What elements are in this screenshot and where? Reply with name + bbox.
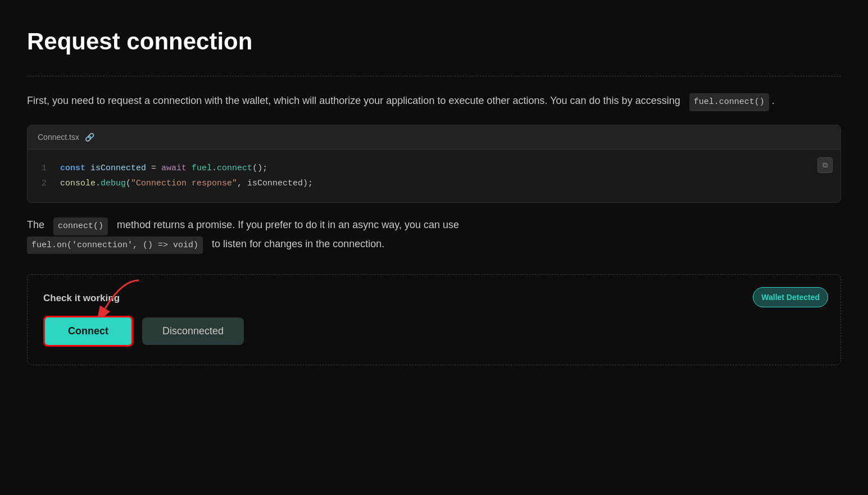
- desc2-part1: The: [27, 219, 44, 230]
- title-divider: [27, 76, 841, 76]
- section-label: Check it working: [43, 290, 825, 306]
- code-content-2: console.debug("Connection response", isC…: [60, 176, 313, 191]
- code-filename: Connect.tsx: [38, 131, 79, 143]
- code-line-2: 2 console.debug("Connection response", i…: [38, 176, 830, 191]
- desc2-part3: to listen for changes in the connection.: [212, 238, 384, 249]
- link-icon[interactable]: 🔗: [85, 131, 94, 143]
- description-text-period: .: [772, 95, 775, 106]
- connect-button[interactable]: Connect: [43, 316, 133, 347]
- description-paragraph-2: The connect() method returns a promise. …: [27, 216, 841, 254]
- check-it-working-section: Check it working Wallet Detected Connect…: [27, 274, 841, 365]
- line-number-1: 1: [38, 161, 47, 176]
- code-block-header: Connect.tsx 🔗: [28, 125, 840, 149]
- code-line-1: 1 const isConnected = await fuel.connect…: [38, 161, 830, 176]
- copy-button[interactable]: ⧉: [817, 157, 833, 173]
- inline-code-connect: connect(): [53, 217, 108, 235]
- buttons-row: Connect Disconnected: [43, 316, 825, 347]
- desc2-part2: method returns a promise. If you prefer …: [117, 219, 459, 230]
- code-block: Connect.tsx 🔗 1 const isConnected = awai…: [27, 125, 841, 203]
- line-number-2: 2: [38, 176, 47, 191]
- arrow-indicator: [77, 278, 144, 317]
- page-title: Request connection: [27, 22, 841, 60]
- description-paragraph-1: First, you need to request a connection …: [27, 92, 841, 111]
- inline-code-fuel-on: fuel.on('connection', () => void): [27, 237, 203, 255]
- code-content-1: const isConnected = await fuel.connect()…: [60, 161, 267, 176]
- description-text-1: First, you need to request a connection …: [27, 95, 680, 106]
- code-block-body: 1 const isConnected = await fuel.connect…: [28, 149, 840, 202]
- disconnected-status-button: Disconnected: [142, 317, 244, 345]
- wallet-detected-badge: Wallet Detected: [753, 287, 828, 307]
- inline-code-fuel-connect: fuel.connect(): [689, 93, 769, 111]
